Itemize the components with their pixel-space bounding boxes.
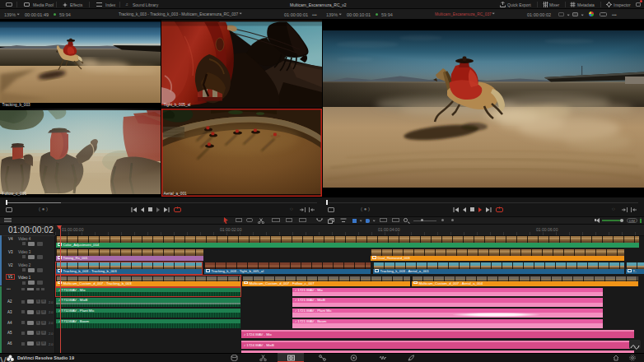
svg-text:Follow_c_006: Follow_c_006: [2, 192, 27, 196]
svg-text:Aerial_a_001: Aerial_a_001: [164, 192, 188, 196]
svg-text:Tracking_b_003: Tracking_b_003: [2, 103, 31, 107]
svg-text:Tight_b_005_al: Tight_b_005_al: [164, 103, 191, 107]
